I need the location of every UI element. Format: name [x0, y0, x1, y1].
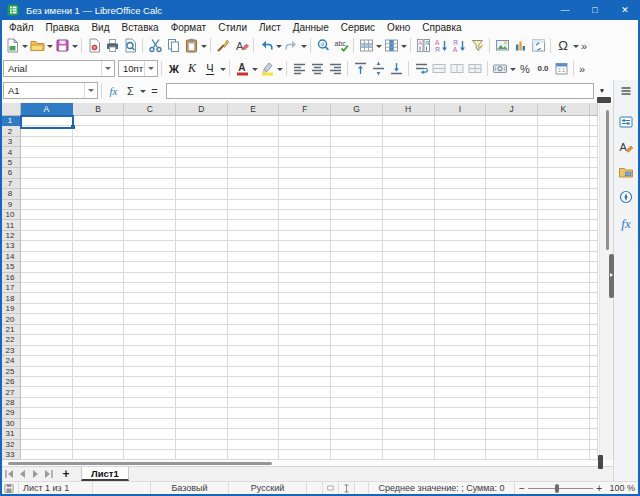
cell-E18[interactable]	[228, 293, 280, 303]
horizontal-scrollbar-thumb[interactable]	[8, 462, 272, 466]
cell-J25[interactable]	[486, 367, 538, 377]
row-header-15[interactable]: 15	[0, 262, 21, 272]
cell-F1[interactable]	[279, 116, 331, 126]
insert-mode-status[interactable]	[338, 482, 354, 494]
column-header-J[interactable]: J	[486, 103, 538, 116]
cell-G22[interactable]	[331, 335, 383, 345]
cell-I2[interactable]	[435, 126, 487, 136]
cell-B25[interactable]	[73, 367, 125, 377]
cell-G17[interactable]	[331, 283, 383, 293]
cell-partial-29[interactable]	[590, 408, 598, 418]
cell-partial-26[interactable]	[590, 377, 598, 387]
cell-G5[interactable]	[331, 158, 383, 168]
cell-A29[interactable]	[21, 408, 73, 418]
row-header-4[interactable]: 4	[0, 147, 21, 157]
cell-G28[interactable]	[331, 398, 383, 408]
cell-G31[interactable]	[331, 429, 383, 439]
cell-F4[interactable]	[279, 147, 331, 157]
column-header-partial[interactable]	[590, 103, 598, 116]
cell-H30[interactable]	[383, 419, 435, 429]
cell-F31[interactable]	[279, 429, 331, 439]
language-status[interactable]: Русский	[228, 482, 306, 494]
cell-C4[interactable]	[124, 147, 176, 157]
cell-C2[interactable]	[124, 126, 176, 136]
cell-C7[interactable]	[124, 179, 176, 189]
cell-F29[interactable]	[279, 408, 331, 418]
cell-K15[interactable]	[538, 262, 590, 272]
cell-H2[interactable]	[383, 126, 435, 136]
cell-J2[interactable]	[486, 126, 538, 136]
menu-item-Стили[interactable]: Стили	[212, 20, 253, 34]
cell-B2[interactable]	[73, 126, 125, 136]
zoom-slider[interactable]: − +	[514, 482, 606, 494]
cell-J31[interactable]	[486, 429, 538, 439]
sidebar-tab-properties[interactable]	[615, 113, 637, 134]
cell-I1[interactable]	[435, 116, 487, 126]
cell-E27[interactable]	[228, 387, 280, 397]
cell-D27[interactable]	[176, 387, 228, 397]
underline-button[interactable]: Ч	[201, 59, 219, 79]
cell-B31[interactable]	[73, 429, 125, 439]
next-sheet-button[interactable]	[29, 467, 42, 481]
row-header-28[interactable]: 28	[0, 398, 21, 408]
cell-E17[interactable]	[228, 283, 280, 293]
cell-F25[interactable]	[279, 367, 331, 377]
cell-partial-10[interactable]	[590, 210, 598, 220]
sidebar-tab-navigator[interactable]	[615, 188, 637, 209]
align-top-button[interactable]	[351, 59, 369, 79]
cell-A27[interactable]	[21, 387, 73, 397]
cell-J22[interactable]	[486, 335, 538, 345]
row-header-20[interactable]: 20	[0, 314, 21, 324]
cell-C27[interactable]	[124, 387, 176, 397]
cell-E4[interactable]	[228, 147, 280, 157]
cell-partial-4[interactable]	[590, 147, 598, 157]
font-size-chevron-icon[interactable]	[144, 61, 157, 76]
menu-item-Лист[interactable]: Лист	[253, 20, 287, 34]
underline-dropdown[interactable]	[219, 59, 226, 79]
cell-G20[interactable]	[331, 314, 383, 324]
cell-E2[interactable]	[228, 126, 280, 136]
cell-G1[interactable]	[331, 116, 383, 126]
cell-K8[interactable]	[538, 189, 590, 199]
cell-J32[interactable]	[486, 440, 538, 450]
cell-K21[interactable]	[538, 325, 590, 335]
paste-dropdown[interactable]	[200, 36, 207, 56]
cell-C24[interactable]	[124, 356, 176, 366]
cell-K30[interactable]	[538, 419, 590, 429]
cell-K12[interactable]	[538, 231, 590, 241]
cell-A13[interactable]	[21, 241, 73, 251]
insert-image-button[interactable]	[493, 36, 511, 56]
insert-rows-dropdown[interactable]	[375, 36, 382, 56]
cell-G10[interactable]	[331, 210, 383, 220]
minimize-button[interactable]: —	[550, 0, 580, 20]
cell-A8[interactable]	[21, 189, 73, 199]
cell-A23[interactable]	[21, 346, 73, 356]
cell-F9[interactable]	[279, 200, 331, 210]
cell-partial-17[interactable]	[590, 283, 598, 293]
cell-partial-24[interactable]	[590, 356, 598, 366]
cell-F21[interactable]	[279, 325, 331, 335]
cell-H23[interactable]	[383, 346, 435, 356]
cell-K23[interactable]	[538, 346, 590, 356]
cell-E14[interactable]	[228, 252, 280, 262]
sheet-number-status[interactable]: Лист 1 из 1	[18, 482, 92, 494]
cell-I9[interactable]	[435, 200, 487, 210]
cell-B18[interactable]	[73, 293, 125, 303]
cell-B24[interactable]	[73, 356, 125, 366]
cell-F2[interactable]	[279, 126, 331, 136]
cell-C22[interactable]	[124, 335, 176, 345]
sidebar-tab-functions[interactable]: fx	[615, 213, 637, 234]
name-box[interactable]: A1	[3, 82, 98, 99]
cell-J3[interactable]	[486, 137, 538, 147]
cell-K2[interactable]	[538, 126, 590, 136]
cell-K10[interactable]	[538, 210, 590, 220]
cell-I20[interactable]	[435, 314, 487, 324]
cell-J16[interactable]	[486, 273, 538, 283]
close-button[interactable]: ✕	[610, 0, 640, 20]
cell-E25[interactable]	[228, 367, 280, 377]
cell-H31[interactable]	[383, 429, 435, 439]
cell-C3[interactable]	[124, 137, 176, 147]
cell-D25[interactable]	[176, 367, 228, 377]
cell-H17[interactable]	[383, 283, 435, 293]
select-all-corner[interactable]	[0, 103, 21, 116]
